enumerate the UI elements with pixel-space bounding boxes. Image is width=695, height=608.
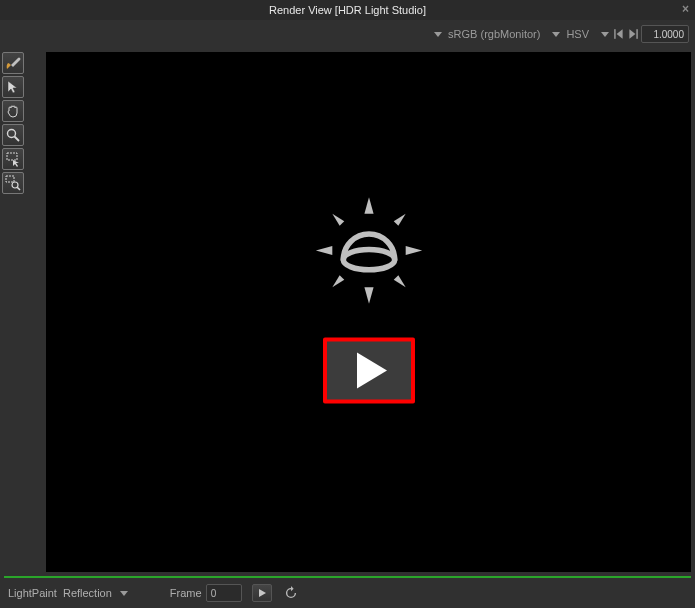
frame-label: Frame xyxy=(170,587,202,599)
pointer-tool[interactable] xyxy=(2,76,24,98)
close-icon[interactable]: × xyxy=(682,2,689,16)
step-prev-icon[interactable] xyxy=(613,27,625,41)
step-next-icon[interactable] xyxy=(627,27,639,41)
titlebar: Render View [HDR Light Studio] × xyxy=(0,0,695,20)
svg-marker-0 xyxy=(617,29,623,39)
frame-field[interactable]: 0 xyxy=(206,584,242,602)
colorspace-dropdown[interactable]: sRGB (rgbMonitor) xyxy=(432,28,544,40)
svg-marker-2 xyxy=(629,29,635,39)
colorspace-label: sRGB (rgbMonitor) xyxy=(448,28,540,40)
svg-marker-19 xyxy=(259,589,266,597)
chevron-down-icon xyxy=(120,591,128,596)
viewport-center-stack xyxy=(314,196,424,404)
frame-group: Frame 0 xyxy=(170,584,242,602)
region-zoom-tool[interactable] xyxy=(2,172,24,194)
svg-marker-20 xyxy=(291,586,294,591)
svg-marker-10 xyxy=(364,197,373,214)
lightpaint-mode-value: Reflection xyxy=(63,587,112,599)
chevron-down-icon xyxy=(434,32,442,37)
svg-marker-16 xyxy=(332,275,344,287)
svg-point-8 xyxy=(12,182,18,188)
display-label: HSV xyxy=(566,28,589,40)
svg-rect-7 xyxy=(6,176,14,182)
hand-pan-tool[interactable] xyxy=(2,100,24,122)
side-toolbar xyxy=(0,48,26,576)
render-viewport[interactable] xyxy=(46,52,691,572)
svg-marker-17 xyxy=(393,275,405,287)
svg-rect-6 xyxy=(7,153,17,160)
svg-point-18 xyxy=(343,250,394,270)
svg-marker-14 xyxy=(332,214,344,226)
top-toolbar: sRGB (rgbMonitor) HSV 1.0000 xyxy=(0,20,695,48)
svg-marker-15 xyxy=(393,214,405,226)
render-view-window: Render View [HDR Light Studio] × sRGB (r… xyxy=(0,0,695,608)
chevron-down-icon[interactable] xyxy=(601,32,609,37)
sun-dome-icon xyxy=(314,196,424,308)
lightpaint-mode[interactable]: LightPaint Reflection xyxy=(8,587,130,599)
chevron-down-icon xyxy=(552,32,560,37)
window-title: Render View [HDR Light Studio] xyxy=(269,4,426,16)
display-dropdown[interactable]: HSV xyxy=(550,28,593,40)
magnify-tool[interactable] xyxy=(2,124,24,146)
svg-marker-12 xyxy=(315,246,332,255)
svg-marker-11 xyxy=(364,287,373,304)
refresh-button[interactable] xyxy=(282,584,300,602)
svg-marker-13 xyxy=(405,246,422,255)
lightpaint-label: LightPaint xyxy=(8,587,57,599)
paint-brush-tool[interactable] xyxy=(2,52,24,74)
svg-line-9 xyxy=(17,187,20,190)
region-select-tool[interactable] xyxy=(2,148,24,170)
svg-rect-1 xyxy=(614,29,615,39)
svg-rect-3 xyxy=(636,29,637,39)
viewport-wrap xyxy=(26,48,695,576)
play-button[interactable] xyxy=(252,584,272,602)
play-video-button[interactable] xyxy=(323,338,415,404)
play-icon xyxy=(357,353,387,389)
body xyxy=(0,48,695,576)
svg-line-5 xyxy=(15,137,20,142)
statusbar: LightPaint Reflection Frame 0 xyxy=(0,578,695,608)
exposure-field[interactable]: 1.0000 xyxy=(641,25,689,43)
svg-point-4 xyxy=(8,130,16,138)
